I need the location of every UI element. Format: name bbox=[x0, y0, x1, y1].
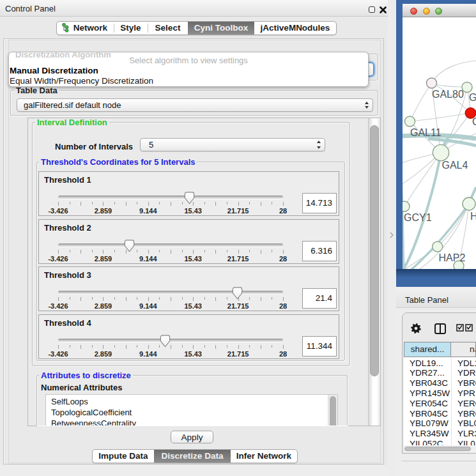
svg-text:GAL4: GAL4 bbox=[442, 160, 468, 171]
svg-text:HAP2: HAP2 bbox=[439, 252, 466, 263]
svg-text:C: C bbox=[472, 116, 476, 127]
svg-text:GAL11: GAL11 bbox=[410, 127, 441, 138]
svg-text:GCY1: GCY1 bbox=[404, 212, 432, 223]
svg-text:H: H bbox=[470, 211, 476, 222]
svg-text:G.: G. bbox=[469, 92, 476, 103]
svg-text:GAL80: GAL80 bbox=[432, 89, 464, 100]
